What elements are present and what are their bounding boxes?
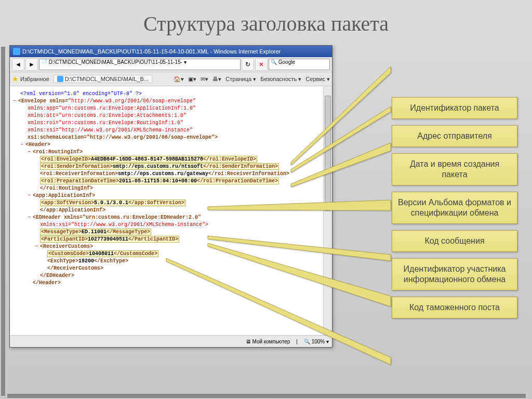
tab[interactable]: D:\CTM\DCL_MONED\MAIL_B... bbox=[54, 75, 152, 83]
star-icon: ★ bbox=[12, 75, 19, 83]
participantid-line: <ParticipantID>1027739049511</Participan… bbox=[40, 236, 321, 243]
label-sender-address: Адрес отправителя bbox=[392, 125, 517, 147]
label-participant-id: Идентификатор участника информационного … bbox=[392, 258, 517, 290]
ie-logo-icon bbox=[13, 48, 20, 55]
page-menu[interactable]: Страница ▾ bbox=[225, 76, 256, 83]
address-bar[interactable]: 📄 D:\CTM\DCL_MONED\MAIL_BACKUP\OUT\11-05… bbox=[39, 59, 241, 70]
home-button[interactable]: 🏠▾ bbox=[174, 76, 184, 83]
ie-nav-toolbar: ◄ ► 📄 D:\CTM\DCL_MONED\MAIL_BACKUP\OUT\1… bbox=[10, 57, 332, 72]
back-button[interactable]: ◄ bbox=[12, 58, 24, 71]
service-menu[interactable]: Сервис ▾ bbox=[305, 76, 330, 83]
print-button[interactable]: 🖶▾ bbox=[212, 76, 221, 83]
xml-content: <?xml version="1.0" encoding="UTF-8" ?> … bbox=[10, 86, 324, 336]
mail-button[interactable]: ✉▾ bbox=[201, 76, 208, 83]
status-bar: 🖥 Мой компьютер | 🔍 100% ▾ bbox=[10, 335, 332, 347]
ie-titlebar: D:\CTM\DCL_MONED\MAIL_BACKUP\OUT\11-05-1… bbox=[10, 46, 332, 57]
label-creation-datetime: Дата и время создания пакета bbox=[392, 153, 517, 185]
softversion-line: <app:SoftVersion>5.0.1/3.0.1</app:SoftVe… bbox=[40, 200, 321, 207]
forward-button[interactable]: ► bbox=[25, 58, 38, 71]
window-title: D:\CTM\DCL_MONED\MAIL_BACKUP\OUT\11-05-1… bbox=[22, 48, 281, 55]
datetime-line: <roi:PreparationDateTime>2011-05-11T15:0… bbox=[40, 178, 321, 185]
security-menu[interactable]: Безопасность ▾ bbox=[260, 76, 301, 83]
slide-title: Структура заголовка пакета bbox=[0, 0, 532, 45]
ie-favorites-bar: ★Избранное D:\CTM\DCL_MONED\MAIL_B... 🏠▾… bbox=[10, 72, 332, 86]
label-message-code: Код сообщения bbox=[392, 230, 517, 252]
envelope-id-line: <roi:EnvelopeID>A4EDB64F-16DD-4863-8147-… bbox=[40, 156, 321, 163]
customscode-line: <CustomsCode>10408011</CustomsCode> bbox=[47, 250, 321, 258]
status-zone: 🖥 Мой компьютер bbox=[246, 339, 290, 344]
favorites-button[interactable]: ★Избранное bbox=[12, 75, 49, 83]
label-format-versions: Версии Альбома форматов и спецификации о… bbox=[392, 192, 517, 224]
zoom-level[interactable]: 🔍 100% ▾ bbox=[304, 339, 329, 344]
feeds-button[interactable]: ▣▾ bbox=[188, 76, 196, 83]
refresh-button[interactable]: ↻ bbox=[242, 58, 254, 71]
vertical-scrollbar[interactable] bbox=[323, 86, 332, 336]
messagetype-line: <MessageType>ED.11001</MessageType> bbox=[40, 229, 321, 236]
ie-window: D:\CTM\DCL_MONED\MAIL_BACKUP\OUT\11-05-1… bbox=[9, 45, 332, 348]
stop-button[interactable]: ✕ bbox=[255, 58, 268, 71]
label-packet-id: Идентификатор пакета bbox=[392, 97, 517, 119]
sender-line: <roi:SenderInformation>smtp://eps.custom… bbox=[40, 163, 321, 170]
search-box[interactable]: 🔍 Google bbox=[269, 59, 330, 70]
slide-border-bottom bbox=[7, 394, 526, 398]
ie-logo-icon bbox=[57, 76, 63, 82]
label-customs-post-code: Код таможенного поста bbox=[392, 297, 517, 318]
